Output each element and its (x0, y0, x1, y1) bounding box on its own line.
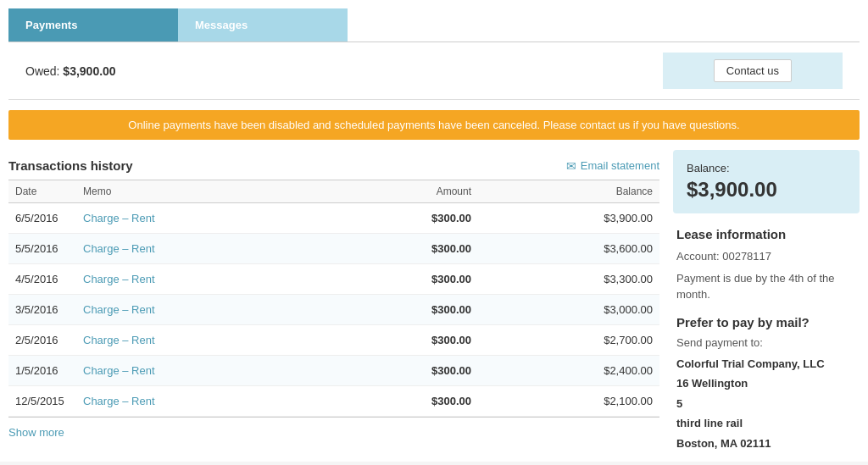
table-row: 5/5/2016Charge – Rent$300.00$3,600.00 (8, 234, 659, 264)
address-line5: Boston, MA 02111 (676, 434, 856, 453)
contact-us-area: Contact us (663, 53, 843, 89)
cell-balance: $2,700.00 (478, 325, 659, 356)
cell-memo[interactable]: Charge – Rent (76, 234, 323, 264)
mail-section: Prefer to pay by mail? Send payment to: … (676, 315, 856, 453)
cell-memo[interactable]: Charge – Rent (76, 203, 323, 234)
mail-title: Prefer to pay by mail? (676, 315, 856, 329)
lease-info-title: Lease information (676, 227, 856, 241)
warning-text: Online payments have been disabled and s… (128, 119, 739, 131)
tab-messages[interactable]: Messages (178, 8, 348, 42)
table-row: 6/5/2016Charge – Rent$300.00$3,900.00 (8, 203, 659, 234)
cell-amount: $300.00 (323, 203, 478, 234)
payment-due-text: Payment is due by the 4th of the month. (676, 270, 856, 303)
owed-text: Owed: (25, 64, 59, 78)
send-payment-label: Send payment to: (676, 335, 856, 352)
address-line3: 5 (676, 394, 856, 413)
cell-balance: $2,400.00 (478, 356, 659, 386)
col-header-amount: Amount (323, 180, 478, 203)
cell-amount: $300.00 (323, 234, 478, 264)
transaction-title: Transactions history (8, 158, 133, 173)
transactions-table: Date Memo Amount Balance 6/5/2016Charge … (8, 180, 659, 417)
address-line4: third line rail (676, 413, 856, 433)
cell-balance: $3,600.00 (478, 234, 659, 264)
cell-memo[interactable]: Charge – Rent (76, 295, 323, 325)
col-header-date: Date (8, 180, 76, 203)
lease-info: Lease information Account: 00278117 Paym… (673, 227, 860, 453)
cell-amount: $300.00 (323, 325, 478, 356)
cell-date: 2/5/2016 (8, 325, 76, 356)
email-statement-button[interactable]: ✉ Email statement (566, 159, 659, 173)
balance-card: Balance: $3,900.00 (673, 150, 860, 213)
cell-date: 12/5/2015 (8, 386, 76, 417)
table-row: 1/5/2016Charge – Rent$300.00$2,400.00 (8, 356, 659, 386)
warning-banner: Online payments have been disabled and s… (8, 110, 860, 140)
table-row: 2/5/2016Charge – Rent$300.00$2,700.00 (8, 325, 659, 356)
table-header-row: Date Memo Amount Balance (8, 180, 659, 203)
table-row: 12/5/2015Charge – Rent$300.00$2,100.00 (8, 386, 659, 417)
left-panel: Transactions history ✉ Email statement D… (8, 150, 659, 453)
page-wrapper: Payments Messages Owed: $3,900.00 Contac… (0, 0, 868, 462)
cell-date: 3/5/2016 (8, 295, 76, 325)
balance-amount: $3,900.00 (687, 178, 846, 202)
owed-label: Owed: $3,900.00 (25, 64, 663, 78)
cell-amount: $300.00 (323, 295, 478, 325)
contact-us-button[interactable]: Contact us (714, 59, 792, 82)
cell-date: 5/5/2016 (8, 234, 76, 264)
right-panel: Balance: $3,900.00 Lease information Acc… (673, 150, 860, 453)
cell-memo[interactable]: Charge – Rent (76, 356, 323, 386)
tab-payments-label: Payments (25, 19, 77, 31)
cell-date: 6/5/2016 (8, 203, 76, 234)
cell-balance: $3,000.00 (478, 295, 659, 325)
email-icon: ✉ (566, 159, 576, 173)
cell-balance: $2,100.00 (478, 386, 659, 417)
balance-label: Balance: (687, 162, 846, 174)
cell-amount: $300.00 (323, 356, 478, 386)
show-more-row: Show more (8, 417, 659, 447)
address-line2: 16 Wellington (676, 374, 856, 393)
cell-balance: $3,900.00 (478, 203, 659, 234)
tab-messages-label: Messages (195, 19, 248, 31)
cell-amount: $300.00 (323, 264, 478, 295)
cell-balance: $3,300.00 (478, 264, 659, 295)
mail-address: Colorful Trial Company, LLC 16 Wellingto… (676, 354, 856, 453)
cell-date: 1/5/2016 (8, 356, 76, 386)
tab-payments[interactable]: Payments (8, 8, 178, 42)
main-layout: Transactions history ✉ Email statement D… (8, 150, 860, 453)
email-statement-label: Email statement (581, 159, 659, 172)
table-row: 4/5/2016Charge – Rent$300.00$3,300.00 (8, 264, 659, 295)
address-line1: Colorful Trial Company, LLC (676, 354, 856, 374)
cell-date: 4/5/2016 (8, 264, 76, 295)
col-header-balance: Balance (478, 180, 659, 203)
tabs-bar: Payments Messages (8, 8, 860, 42)
owed-amount: $3,900.00 (63, 64, 115, 78)
cell-memo[interactable]: Charge – Rent (76, 325, 323, 356)
cell-amount: $300.00 (323, 386, 478, 417)
col-header-memo: Memo (76, 180, 323, 203)
cell-memo[interactable]: Charge – Rent (76, 386, 323, 417)
table-row: 3/5/2016Charge – Rent$300.00$3,000.00 (8, 295, 659, 325)
account-info: Account: 00278117 (676, 248, 856, 265)
owed-row: Owed: $3,900.00 Contact us (8, 42, 860, 100)
transaction-header: Transactions history ✉ Email statement (8, 150, 659, 180)
cell-memo[interactable]: Charge – Rent (76, 264, 323, 295)
show-more-link[interactable]: Show more (8, 426, 64, 439)
